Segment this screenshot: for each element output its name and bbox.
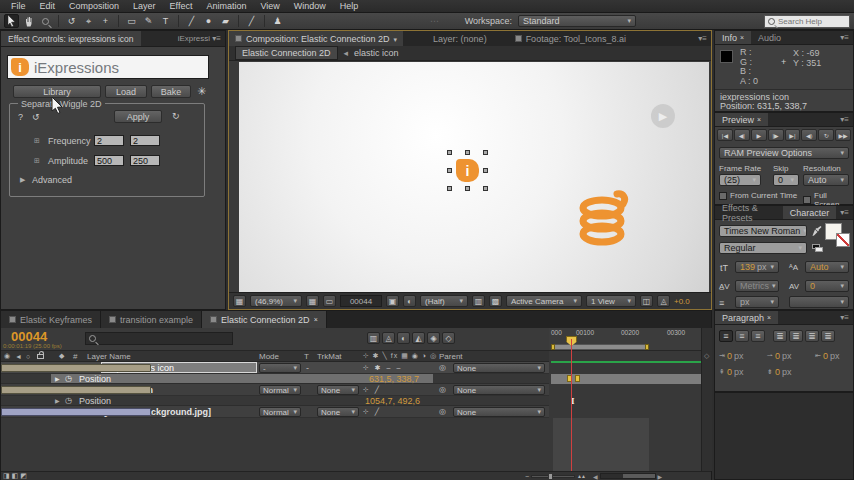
justify-all-button[interactable]: ≣ (821, 330, 835, 342)
mode-column-label[interactable]: Mode (259, 351, 279, 361)
parent-column-label[interactable]: Parent (439, 351, 463, 361)
parent-dropdown[interactable]: None (453, 363, 545, 373)
layer-duration-bar[interactable] (1, 386, 151, 394)
play-button[interactable]: ▶ (751, 129, 767, 141)
layer-duration-bar[interactable] (1, 408, 151, 416)
mode-dropdown[interactable]: - (259, 363, 301, 373)
panel-menu-icon[interactable]: ▾≡ (836, 113, 853, 126)
loop-button[interactable]: ↻ (818, 129, 834, 141)
panel-menu-icon[interactable]: ▾≡ (212, 34, 221, 43)
video-column-icon[interactable]: ◉ (4, 351, 10, 361)
stopwatch-icon[interactable]: ◷ (65, 374, 72, 383)
justify-last-center-button[interactable]: ≣ (789, 330, 803, 342)
selection-handle[interactable] (483, 150, 488, 155)
help-search-box[interactable] (764, 15, 850, 28)
tab-caret-icon[interactable] (394, 34, 398, 44)
panel-menu-icon[interactable]: ▾≡ (836, 206, 853, 219)
resolution-dropdown[interactable]: (Half) (420, 295, 468, 307)
stopwatch-icon[interactable]: ◷ (65, 396, 72, 405)
align-center-button[interactable]: ≡ (735, 330, 749, 342)
refresh-icon[interactable]: ↻ (172, 111, 180, 121)
panel-tab-secondary[interactable]: iExpressi ▾≡ (174, 31, 225, 46)
property-track[interactable] (551, 374, 701, 384)
scroll-left-arrow-icon[interactable]: ◀ (593, 473, 598, 480)
iexpressions-icon-layer[interactable]: i (447, 150, 488, 191)
timeline-vertical-scrollbar[interactable]: ◇ (701, 328, 712, 471)
apply-button[interactable]: Apply (114, 110, 162, 123)
frequency-y-field[interactable] (130, 135, 160, 146)
work-area-end-marker[interactable] (645, 344, 649, 350)
menu-help[interactable]: Help (333, 1, 366, 11)
character-tab[interactable]: Character (783, 206, 837, 219)
footage-tab[interactable]: Footage: Tool_Icons_8.ai (509, 31, 632, 46)
from-current-time-checkbox[interactable]: From Current Time (719, 191, 797, 200)
frame-rate-dropdown[interactable]: (25) (719, 174, 761, 186)
status-timecode[interactable]: 00044 (340, 295, 382, 307)
layer-row-1[interactable]: ◉ ▼ 1 iexpressions icon - - ⊹ ✱ ‒ ‒ ◎ No… (1, 362, 549, 374)
timeline-flow-icon[interactable]: ◬ (657, 295, 670, 307)
menu-view[interactable]: View (253, 1, 286, 11)
help-icon[interactable]: ? (18, 112, 23, 122)
layer-switches[interactable]: ⊹ ╱ (363, 406, 381, 417)
mode-dropdown[interactable]: Normal (259, 407, 301, 417)
lock-column-icon[interactable] (37, 351, 44, 361)
menu-layer[interactable]: Layer (126, 1, 163, 11)
preview-tab[interactable]: Preview× (715, 113, 768, 126)
clone-stamp-tool-icon[interactable]: ● (201, 14, 216, 28)
close-icon[interactable]: × (757, 116, 761, 123)
property-name[interactable]: Position (79, 396, 111, 405)
region-of-interest-icon[interactable]: ▭ (323, 295, 336, 307)
layer-tab[interactable]: Layer: (none) (427, 31, 493, 46)
panel-menu-icon[interactable]: ▾≡ (694, 31, 711, 46)
font-style-dropdown[interactable]: Regular (719, 242, 807, 254)
menu-composition[interactable]: Composition (62, 1, 126, 11)
align-right-button[interactable]: ≡ (751, 330, 765, 342)
pickwhip-icon[interactable]: ◎ (439, 362, 446, 373)
justify-last-left-button[interactable]: ≣ (773, 330, 787, 342)
show-channel-icon[interactable]: ◐ (403, 295, 416, 307)
selection-handle[interactable] (465, 186, 470, 191)
expand-in-out-icon[interactable]: ◩ (20, 472, 27, 480)
always-preview-icon[interactable]: ▦ (233, 295, 246, 307)
magnification-dropdown[interactable]: (46,9%) (250, 295, 302, 307)
trkmat-dropdown[interactable]: None (317, 385, 359, 395)
frame-blending-icon[interactable]: ◭ (412, 332, 425, 344)
panel-menu-icon[interactable]: ▾≡ (836, 31, 853, 44)
scroll-right-arrow-icon[interactable]: ▶ (658, 473, 663, 480)
timeline-tab-transition-example[interactable]: transition example (101, 311, 202, 328)
space-before-field[interactable]: ⇞0px (719, 367, 743, 377)
layer-row-3[interactable]: ◉ ▶ 3 [tutorial-background.jpg] Normal N… (1, 406, 549, 418)
timeline-horizontal-scrollbar[interactable] (600, 473, 656, 479)
selection-handle[interactable] (447, 186, 452, 191)
hand-tool-icon[interactable] (21, 14, 36, 28)
justify-last-right-button[interactable]: ≣ (805, 330, 819, 342)
keyframe-icon[interactable] (575, 375, 580, 382)
layer-row-2[interactable]: ◉ ▼ 2 elastic icon Normal None ⊹ ╱ ◎ Non… (1, 384, 549, 396)
composition-viewport[interactable]: ▶ i (239, 62, 709, 292)
workspace-dropdown[interactable]: Standard (518, 15, 636, 27)
reset-icon[interactable]: ↺ (32, 112, 40, 122)
ram-preview-options-dropdown[interactable]: RAM Preview Options (719, 147, 849, 159)
amplitude-x-field[interactable] (94, 155, 124, 166)
fast-previews-icon[interactable]: ▥ (472, 295, 485, 307)
trkmat-dropdown[interactable]: None (317, 407, 359, 417)
indent-left-field[interactable]: ⇥0px (719, 351, 743, 361)
selection-handle[interactable] (447, 150, 452, 155)
unified-camera-tool-icon[interactable]: ⌖ (81, 14, 96, 28)
t-column-label[interactable]: T (304, 351, 309, 361)
fill-stroke-swatches[interactable] (825, 223, 851, 247)
timeline-timecode[interactable]: 00044 (11, 329, 47, 344)
timeline-tab-elastic-connection[interactable]: Elastic Connection 2D× (202, 311, 327, 328)
brush-tool-icon[interactable]: ╱ (184, 14, 199, 28)
timeline-tab-elastic-keyframes[interactable]: Elastic Keyframes (1, 311, 101, 328)
frequency-x-field[interactable] (94, 135, 124, 146)
composition-tab[interactable]: Composition: Elastic Connection 2D (229, 31, 403, 46)
info-tab[interactable]: Info× (715, 31, 751, 44)
panel-menu-icon[interactable]: ▾≡ (836, 311, 853, 324)
effects-presets-tab[interactable]: Effects & Presets (715, 206, 783, 219)
play-overlay-icon[interactable]: ▶ (651, 104, 675, 128)
pen-tool-icon[interactable]: ✎ (141, 14, 156, 28)
view-layout-dropdown[interactable]: 1 View (586, 295, 636, 307)
motion-blur-icon[interactable]: ◈ (427, 332, 440, 344)
advanced-expander-icon[interactable]: ▶ (20, 176, 25, 184)
